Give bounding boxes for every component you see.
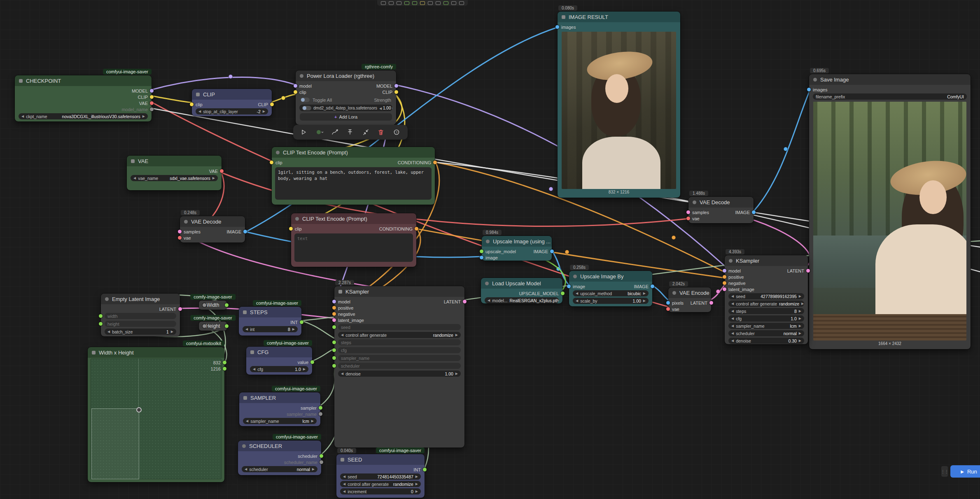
toggle-all-switch[interactable] [301, 98, 310, 102]
decrement-arrow-icon[interactable]: ◀ [731, 302, 734, 305]
queue-icon[interactable] [404, 1, 409, 5]
reroute-input-dot[interactable] [203, 303, 206, 307]
widget-scheduler[interactable]: ◀schedulernormal▶ [242, 466, 317, 472]
increment-arrow-icon[interactable]: ▶ [799, 331, 801, 335]
node-ksampler-center[interactable]: 2.287sKSamplermodelLATENTpositivenegativ… [334, 286, 464, 448]
increment-arrow-icon[interactable]: ▶ [799, 324, 801, 328]
input-dot-images[interactable] [807, 88, 811, 91]
node-height-reroute[interactable]: comfy-image-saverHeight [199, 322, 227, 331]
input-dot-positive[interactable] [332, 306, 336, 310]
node-collapse-marker[interactable] [562, 15, 565, 19]
input-dot-positive[interactable] [723, 275, 726, 279]
input-dot-steps[interactable] [332, 340, 336, 344]
increment-arrow-icon[interactable]: ▶ [142, 114, 145, 118]
node-collapse-marker[interactable] [19, 79, 23, 83]
decrement-arrow-icon[interactable]: ◀ [198, 110, 201, 113]
widget-denoise[interactable]: ◀denoise0.30▶ [728, 338, 804, 344]
decrement-arrow-icon[interactable]: ◀ [731, 331, 734, 335]
decrement-arrow-icon[interactable]: ◀ [576, 291, 578, 295]
node-upscale-image-using[interactable]: 0.984sUpscale Image (using ...upscale_mo… [482, 236, 552, 261]
node-title[interactable]: IMAGE RESULT [558, 12, 680, 22]
lora-row[interactable]: dmd2_sdxl_4step_lora.safetensors◀ 1.00 ▶ [299, 105, 392, 111]
widget-cfg[interactable]: ◀cfg1.0▶ [250, 366, 308, 372]
decrement-arrow-icon[interactable]: ◀ [133, 176, 136, 180]
increment-arrow-icon[interactable]: ▶ [415, 490, 418, 493]
decrement-arrow-icon[interactable]: ◀ [343, 475, 345, 478]
output-dot-INT[interactable] [300, 320, 303, 324]
output-dot-CONDITIONING[interactable] [433, 161, 437, 164]
window-icon[interactable] [389, 1, 394, 5]
node-width-reroute[interactable]: comfy-image-saverWidth [199, 301, 227, 310]
output-dot-CLIP[interactable] [394, 90, 398, 94]
queue-icon[interactable] [412, 1, 417, 5]
widget-model...[interactable]: ◀model...RealESRGAN_x2plus.pth▶ [485, 297, 559, 303]
decrement-arrow-icon[interactable]: ◀ [731, 309, 734, 313]
node-title[interactable]: CHECKPOINT [15, 75, 152, 86]
increment-arrow-icon[interactable]: ▶ [455, 372, 458, 375]
status-circle-icon[interactable] [316, 129, 324, 135]
node-title[interactable]: SAMPLER [239, 392, 320, 403]
decrement-arrow-icon[interactable]: ◀ [341, 372, 343, 375]
input-dot-width[interactable] [99, 314, 103, 318]
output-dot-IMAGE[interactable] [752, 210, 756, 214]
input-dot-images[interactable] [555, 25, 559, 29]
widget-sampler_name[interactable]: ◀sampler_namelcm▶ [728, 323, 804, 329]
node-collapse-marker[interactable] [242, 444, 246, 448]
output-dot-value[interactable] [310, 360, 314, 364]
node-title[interactable]: KSampler [334, 286, 464, 297]
decrement-arrow-icon[interactable]: ◀ [21, 114, 24, 118]
increment-arrow-icon[interactable]: ▶ [799, 309, 801, 313]
muted-widget-seed[interactable]: seed [338, 324, 461, 330]
output-dot-MODEL[interactable] [394, 84, 398, 88]
node-collapse-marker[interactable] [341, 458, 344, 462]
input-dot-samples[interactable] [178, 230, 182, 233]
grid-icon[interactable] [436, 1, 441, 5]
picker-selection-rect[interactable] [91, 408, 139, 479]
node-title[interactable]: Load Upscale Model [481, 278, 562, 289]
widget-denoise[interactable]: ◀denoise1.00▶ [338, 371, 461, 377]
node-vae-loader[interactable]: VAEVAE◀vae_namesdxl_vae.safetensors▶ [127, 156, 222, 190]
increment-arrow-icon[interactable]: ▶ [171, 330, 173, 333]
widget-steps[interactable]: ◀steps8▶ [728, 308, 804, 314]
output-dot-LATENT[interactable] [709, 301, 713, 305]
node-title[interactable]: Upscale Image By [569, 271, 652, 282]
reroute-output-dot[interactable] [225, 324, 229, 328]
node-title[interactable]: CLIP Text Encode (Prompt) [272, 147, 435, 158]
input-dot-upscale_model[interactable] [480, 250, 483, 253]
node-clip[interactable]: CLIPclipCLIP◀stop_at_clip_layer-2▶ [192, 89, 272, 116]
widget-scheduler[interactable]: ◀schedulernormal▶ [728, 330, 804, 336]
node-title[interactable]: CLIP Text Encode (Prompt) [291, 213, 416, 224]
widget-vae_name[interactable]: ◀vae_namesdxl_vae.safetensors▶ [131, 175, 218, 181]
output-dot-CONDITIONING[interactable] [415, 227, 418, 231]
play-icon[interactable] [300, 129, 308, 135]
layout-icon[interactable] [451, 1, 456, 5]
node-title[interactable]: CFG [246, 347, 312, 357]
widget-int[interactable]: ◀int8▶ [243, 326, 298, 332]
decrement-arrow-icon[interactable]: ◀ [731, 317, 734, 320]
input-dot-negative[interactable] [332, 312, 336, 316]
increment-arrow-icon[interactable]: ▶ [799, 317, 801, 320]
input-dot-image[interactable] [567, 284, 571, 288]
output-dot-VAE[interactable] [220, 169, 224, 173]
input-dot-clip[interactable] [270, 161, 273, 164]
output-dot-1216[interactable] [223, 367, 226, 371]
increment-arrow-icon[interactable]: ▶ [303, 367, 306, 371]
widget-filename_prefix[interactable]: filename_prefixComfyUI [813, 93, 967, 100]
node-collapse-marker[interactable] [105, 297, 109, 301]
node-title[interactable]: VAE Decode [180, 216, 245, 227]
widget-ckpt_name[interactable]: ◀ckpt_namenova3DCGXL_illustriousV30.safe… [19, 113, 148, 119]
node-collapse-marker[interactable] [243, 396, 247, 400]
output-dot-UPSCALE_MODEL[interactable] [561, 291, 565, 295]
node-title[interactable]: Power Lora Loader (rgthree) [296, 70, 396, 81]
input-dot-latent_image[interactable] [723, 287, 726, 291]
decrement-arrow-icon[interactable]: ◀ [245, 467, 247, 471]
decrement-arrow-icon[interactable]: ◀ [245, 327, 248, 331]
prompt-textarea[interactable]: 1girl, sitting on a bench, outdoors, for… [275, 167, 432, 200]
input-dot-sampler_name[interactable] [332, 356, 336, 360]
increment-arrow-icon[interactable]: ▶ [312, 467, 315, 471]
output-dot-IMAGE[interactable] [651, 284, 654, 288]
lora-enable-switch[interactable] [302, 106, 311, 110]
node-title[interactable]: VAE [127, 156, 222, 166]
output-dot-CLIP[interactable] [150, 95, 154, 99]
decrement-arrow-icon[interactable]: ◀ [731, 324, 734, 328]
